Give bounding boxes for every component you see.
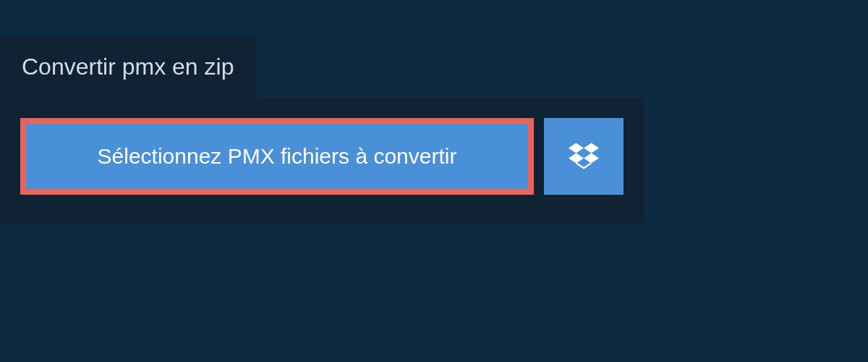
select-files-button[interactable]: Sélectionnez PMX fichiers à convertir: [20, 118, 534, 195]
tab-header: Convertir pmx en zip: [0, 36, 255, 98]
upload-panel: Sélectionnez PMX fichiers à convertir: [0, 98, 644, 224]
dropbox-button[interactable]: [544, 118, 624, 195]
dropbox-icon: [569, 140, 599, 173]
select-files-label: Sélectionnez PMX fichiers à convertir: [98, 144, 457, 169]
page-title: Convertir pmx en zip: [22, 54, 234, 80]
button-row: Sélectionnez PMX fichiers à convertir: [20, 118, 624, 195]
